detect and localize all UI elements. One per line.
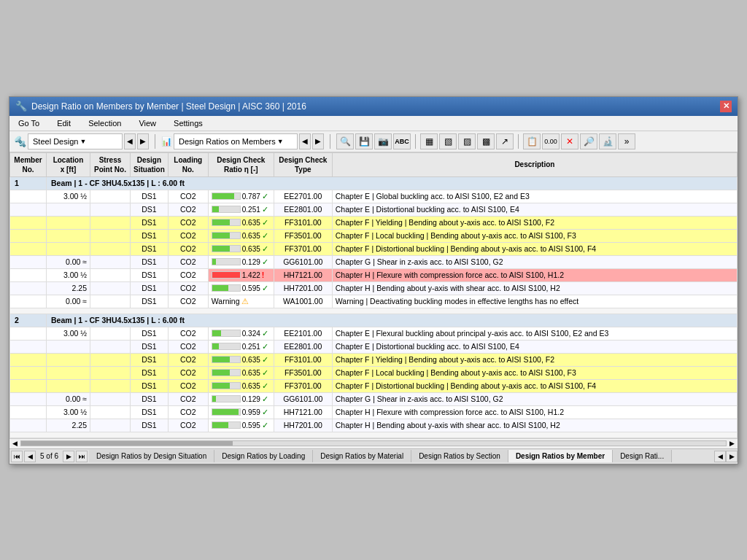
data-scroll-area[interactable]: MemberNo. Locationx [ft] StressPoint No.… [9,152,738,438]
cell-location: 2.25 [47,419,90,432]
tab-scroll-left[interactable]: ◀ [714,451,726,462]
scrollbar-track[interactable] [20,440,727,446]
cell-situation: DS1 [131,190,169,203]
menu-edit[interactable]: Edit [54,117,74,129]
tab-material[interactable]: Design Ratios by Material [313,450,411,462]
cell-situation: DS1 [131,203,169,216]
camera-button[interactable]: 📷 [374,133,392,149]
group-header-row: 2 Beam | 1 - CF 3HU4.5x135 | L : 6.00 ft [10,314,738,327]
export-button[interactable]: 📋 [523,133,541,149]
cell-ratio: Warning ⚠ [208,295,274,308]
expand-button[interactable]: ↗ [496,133,514,149]
table-body: 1 Beam | 1 - CF 3HU4.5x135 | L : 6.00 ft… [10,176,738,438]
grid3-button[interactable]: ▨ [458,133,476,149]
ratio-value: 0.635 [242,382,260,390]
search-button[interactable]: 🔍 [336,133,354,149]
header-type: Design CheckType [274,152,332,176]
tab-other[interactable]: Design Rati... [613,450,672,462]
grid1-button[interactable]: ▦ [420,133,438,149]
nav-controls: ⏮ ◀ 5 of 6 ▶ ⏭ [9,449,89,464]
spacer-cell [10,308,738,314]
filter-button[interactable]: 🔬 [599,133,616,149]
menu-selection[interactable]: Selection [85,117,124,129]
check-icon: ✓ [262,218,268,227]
nav-last-button[interactable]: ⏭ [76,451,88,462]
save-button[interactable]: 💾 [355,133,373,149]
ratio-bar-cell: 0.251 ✓ [212,205,271,214]
ratio-bar-fill [212,272,240,278]
app-icon: 🔧 [15,101,27,112]
check-icon: ✓ [262,205,268,214]
grid4-button[interactable]: ▩ [477,133,495,149]
table-row: 2.25 DS1 CO2 0.595 ✓ HH7201.00 Chapter H… [10,281,738,295]
tab-section[interactable]: Design Ratios by Section [411,450,508,462]
cell-type: HH7201.00 [274,281,332,295]
ratio-bar-container [212,271,241,279]
value-button[interactable]: 0.00 [542,133,560,149]
menu-goto[interactable]: Go To [15,117,42,129]
toolbar-sep-3 [415,134,416,149]
group-info: Beam | 1 - CF 3HU4.5x135 | L : 6.00 ft [47,176,738,190]
table-row: 0.00 ≈ DS1 CO2 Warning ⚠ WA1001.00 Warni… [10,295,738,308]
cell-ratio: 0.635 ✓ [208,366,274,379]
ratio-bar-cell: 0.324 ✓ [212,329,271,338]
nav-next-button[interactable]: ▶ [63,451,74,462]
ratio-value: 0.635 [242,356,260,364]
cell-ratio: 0.324 ✓ [208,327,274,340]
nav-prev-button[interactable]: ◀ [24,451,36,462]
cell-member [10,366,47,379]
cell-desc: Chapter H | Bending about y-axis with sh… [332,419,737,432]
grid2-button[interactable]: ▧ [439,133,457,149]
right-nav-prev[interactable]: ◀ [299,133,311,149]
scrollbar-thumb[interactable] [21,441,233,446]
check-icon: ✓ [262,329,268,338]
ratio-bar-container [212,330,241,337]
cell-stress [90,327,131,340]
content-area: MemberNo. Locationx [ft] StressPoint No.… [9,152,738,448]
cell-situation: DS1 [131,281,169,295]
cell-location [47,216,90,229]
toolbar-sep-2 [330,134,330,149]
cell-member [10,392,47,405]
close-button[interactable]: ✕ [720,101,732,112]
cell-loading: CO2 [168,327,208,340]
cell-desc: Chapter E | Distortional buckling acc. t… [332,203,737,216]
cell-situation: DS1 [131,327,169,340]
check-icon: ✓ [262,231,268,240]
cell-member [10,405,47,419]
ratio-value: 0.635 [242,369,260,377]
cell-stress [90,419,131,432]
table-row: 0.00 ≈ DS1 CO2 0.129 ✓ GG6101.00 Chapter… [10,255,738,268]
left-nav-next[interactable]: ▶ [137,133,149,149]
page-info: 5 of 6 [37,452,61,460]
zoom-button[interactable]: 🔎 [580,133,597,149]
cell-desc: Chapter E | Flexural buckling about prin… [332,327,737,340]
cell-member [10,229,47,242]
steel-design-dropdown[interactable]: Steel Design ▼ [28,133,123,149]
cell-location [47,203,90,216]
ratio-bar-container [212,284,241,292]
left-nav-prev[interactable]: ◀ [124,133,136,149]
cell-stress [90,203,131,216]
table-row: DS1 CO2 0.635 ✓ FF3501.00 Chapter F | Lo… [10,366,738,379]
cell-situation: DS1 [131,229,169,242]
cell-loading: CO2 [168,419,208,432]
tab-design-situation[interactable]: Design Ratios by Design Situation [89,450,214,462]
tab-member[interactable]: Design Ratios by Member [508,450,613,462]
left-toolbar-group: 🔩 Steel Design ▼ ◀ ▶ [14,133,149,149]
warning-text: Warning [212,297,240,306]
design-ratios-dropdown[interactable]: Design Ratios on Members ▼ [174,133,298,149]
tab-loading[interactable]: Design Ratios by Loading [214,450,313,462]
cell-stress [90,255,131,268]
tab-scroll-right[interactable]: ▶ [726,451,738,462]
menu-view[interactable]: View [136,117,159,129]
horizontal-scrollbar[interactable]: ◀ ▶ [9,438,738,448]
cell-location: 0.00 ≈ [47,392,90,405]
cell-desc: Chapter F | Local buckling | Bending abo… [332,229,737,242]
clear-button[interactable]: ✕ [561,133,578,149]
text-button[interactable]: ABC [393,133,411,149]
more-button[interactable]: » [618,133,635,149]
menu-settings[interactable]: Settings [171,117,206,129]
nav-first-button[interactable]: ⏮ [11,451,23,462]
right-nav-next[interactable]: ▶ [312,133,324,149]
